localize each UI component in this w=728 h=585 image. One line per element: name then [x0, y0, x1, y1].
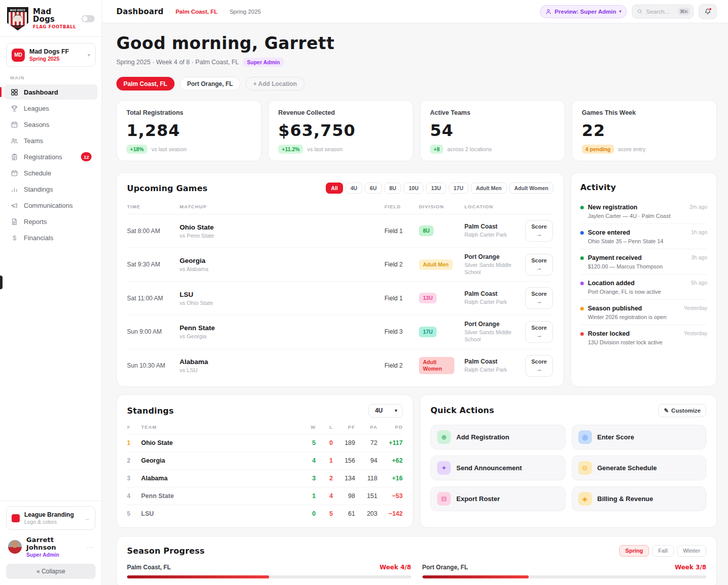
season-tabs: Spring Fall Winter: [619, 545, 706, 557]
breadcrumb-location[interactable]: Palm Coast, FL: [176, 9, 218, 15]
action-add-registration[interactable]: ⊕ Add Registration: [431, 425, 566, 449]
season-tab-fall[interactable]: Fall: [652, 545, 674, 557]
action-billing-revenue[interactable]: ◈ Billing & Revenue: [572, 486, 707, 511]
standings-row: 4 Penn State 1 4 98 151 −53: [127, 487, 403, 505]
activity-item: Location added 5h ago Port Orange, FL is…: [580, 275, 707, 300]
filter-4u[interactable]: 4U: [346, 183, 362, 194]
action-enter-score[interactable]: ◎ Enter Score: [572, 425, 707, 449]
filter-6u[interactable]: 6U: [365, 183, 381, 194]
sidebar-item-dashboard[interactable]: Dashboard: [4, 84, 98, 100]
filter-8u[interactable]: 8U: [384, 183, 401, 194]
preview-role-dropdown[interactable]: Preview: Super Admin ▾: [540, 5, 627, 18]
global-search[interactable]: ⌘K: [632, 5, 694, 19]
enter-score-button[interactable]: Score→: [525, 254, 553, 276]
activity-title: Activity: [580, 183, 707, 192]
filter-all[interactable]: All: [326, 183, 342, 194]
sidebar-item-label: Dashboard: [24, 88, 58, 96]
sidebar-item-reports[interactable]: Reports: [4, 214, 98, 229]
sidebar-item-label: Financials: [24, 234, 54, 242]
page-title: Dashboard: [116, 7, 163, 16]
avatar: [8, 540, 22, 554]
progress-fill: [127, 575, 269, 578]
sidebar-item-label: Schedule: [24, 169, 51, 177]
breadcrumb-dot: ·: [168, 9, 170, 15]
status-dot: [580, 307, 584, 310]
chevron-down-icon: ▾: [395, 408, 397, 413]
sidebar-item-leagues[interactable]: Leagues: [4, 101, 98, 116]
search-input[interactable]: [646, 9, 674, 15]
filter-10u[interactable]: 10U: [404, 183, 423, 194]
stat-value: 54: [430, 121, 555, 140]
enter-score-button[interactable]: Score→: [525, 287, 553, 309]
season-tab-spring[interactable]: Spring: [619, 545, 649, 557]
edge-handle[interactable]: [0, 276, 3, 289]
sidebar-item-schedule[interactable]: Schedule: [4, 165, 98, 181]
greeting-title: Good morning, Garrett: [116, 33, 717, 53]
customize-button[interactable]: ✎ Customize: [658, 404, 706, 417]
filter-adult-men[interactable]: Adult Men: [471, 183, 507, 194]
notifications-button[interactable]: [699, 4, 717, 19]
action-export-roster[interactable]: ⊟ Export Roster: [431, 486, 566, 511]
main-area: Dashboard · Palm Coast, FL · Spring 2025…: [102, 0, 728, 585]
greeting-subtitle: Spring 2025 · Week 4 of 8 · Palm Coast, …: [116, 59, 239, 66]
season-tab-winter[interactable]: Winter: [677, 545, 706, 557]
sidebar-item-financials[interactable]: $ Financials: [4, 230, 98, 245]
action-send-announcement[interactable]: ✦ Send Announcement: [431, 456, 566, 480]
top-bar: Dashboard · Palm Coast, FL · Spring 2025…: [102, 0, 728, 23]
breadcrumb-season[interactable]: Spring 2025: [230, 9, 261, 15]
division-badge: 8U: [419, 226, 434, 236]
user-role: Super Admin: [26, 552, 82, 558]
role-badge: Super Admin: [243, 58, 284, 67]
sidebar-item-teams[interactable]: Teams: [4, 133, 98, 148]
branding-title: League Branding: [24, 511, 74, 518]
sidebar-item-seasons[interactable]: Seasons: [4, 117, 98, 132]
rows-icon: ⊟: [437, 492, 451, 506]
action-generate-schedule[interactable]: ⊙ Generate Schedule: [572, 456, 707, 480]
dollar-icon: $: [10, 234, 19, 242]
location-tab-port-orange[interactable]: Port Orange, FL: [180, 77, 241, 91]
search-icon: [637, 9, 643, 14]
sidebar-nav: Dashboard Leagues Seasons Teams Registra…: [0, 84, 102, 245]
org-switcher[interactable]: MD Mad Dogs FF Spring 2025 ▾: [6, 43, 96, 67]
pencil-icon: ✎: [664, 407, 669, 414]
location-tab-palm-coast[interactable]: Palm Coast, FL: [116, 77, 175, 91]
status-dot: [580, 282, 584, 285]
theme-toggle[interactable]: [81, 15, 95, 22]
game-row: Sat 8:00 AM Ohio Statevs Penn State Fiel…: [127, 214, 553, 248]
standings-row: 1 Ohio State 5 0 189 72 +117: [127, 434, 403, 452]
game-row: Sat 9:30 AM Georgiavs Alabama Field 2 Ad…: [127, 248, 553, 282]
season-progress-card: Season Progress Spring Fall Winter Palm …: [116, 536, 717, 585]
division-select[interactable]: 4U ▾: [368, 404, 403, 418]
arrow-right-icon: →: [526, 231, 552, 238]
sidebar-item-label: Standings: [24, 186, 53, 193]
sidebar-item-registrations[interactable]: Registrations 12: [4, 149, 98, 164]
game-row: Sun 10:30 AM Alabamavs LSU Field 2 Adult…: [127, 349, 553, 382]
add-location-button[interactable]: + Add Location: [245, 77, 305, 91]
activity-list: New registration 2m ago Jaylen Carter — …: [580, 199, 707, 350]
filter-adult-women[interactable]: Adult Women: [509, 183, 553, 194]
division-badge: Adult Women: [419, 357, 454, 374]
enter-score-button[interactable]: Score→: [525, 355, 553, 377]
megaphone-icon: [10, 202, 19, 209]
stat-card-revenue: Revenue Collected $63,750 +11.2% vs last…: [268, 100, 413, 161]
division-badge: 17U: [419, 327, 437, 337]
status-dot: [580, 231, 584, 235]
logo-top-text: MAD DOGS: [7, 7, 28, 12]
color-swatch: [12, 514, 20, 522]
league-branding-card[interactable]: League Branding Logo & colors →: [6, 506, 96, 530]
enter-score-button[interactable]: Score→: [525, 220, 553, 242]
enter-score-button[interactable]: Score→: [525, 321, 553, 343]
user-menu[interactable]: Garrett Johnson Super Admin ···: [6, 530, 96, 564]
sidebar-item-standings[interactable]: Standings: [4, 182, 98, 197]
filter-13u[interactable]: 13U: [426, 183, 446, 194]
arrow-right-icon: →: [84, 515, 90, 522]
logo-bottom-text: FLAG FOOTBALL: [7, 25, 28, 30]
collapse-sidebar-button[interactable]: « Collapse: [6, 564, 96, 579]
sidebar-item-communications[interactable]: Communications: [4, 198, 98, 213]
sidebar: MAD DOGS FLAG FOOTBALL Mad Dogs FLAG FOO…: [0, 0, 102, 585]
calendar-icon: [10, 121, 19, 128]
trend-badge: +18%: [126, 145, 147, 154]
trend-badge: +8: [430, 145, 443, 154]
sidebar-item-label: Seasons: [24, 121, 50, 128]
filter-17u[interactable]: 17U: [449, 183, 468, 194]
